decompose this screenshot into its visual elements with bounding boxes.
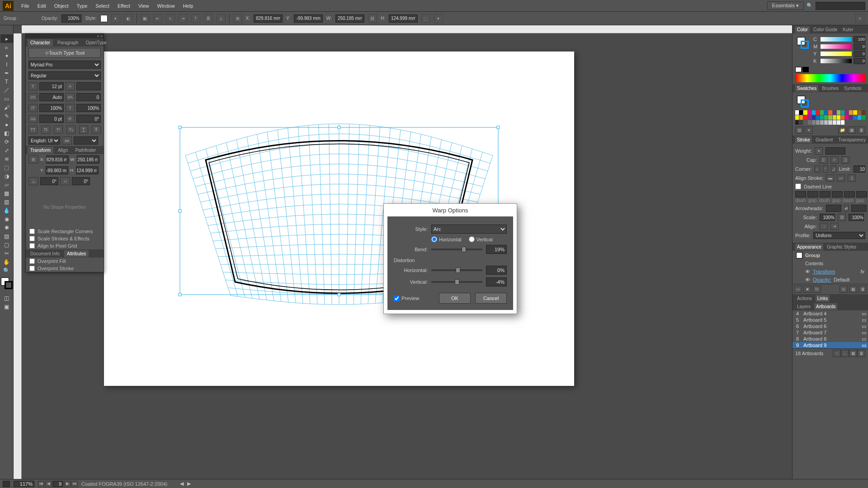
swatch[interactable] [845, 110, 849, 115]
align-vcenter-icon[interactable]: ≣ [204, 14, 213, 23]
swatch[interactable] [828, 110, 832, 115]
align-bottom-icon[interactable]: ⤓ [217, 14, 226, 23]
swatch[interactable] [862, 110, 865, 115]
cap-square-icon[interactable]: ⊐ [841, 156, 849, 164]
swatch[interactable] [795, 110, 799, 115]
status-scroll-left-icon[interactable]: ◀ [180, 481, 184, 487]
font-size-field[interactable] [39, 82, 64, 90]
vis-icon[interactable]: 👁 [805, 269, 810, 274]
align-menu-icon[interactable]: ▦ [141, 14, 150, 23]
leading-field[interactable] [76, 82, 101, 90]
status-scroll-right-icon[interactable]: ▶ [187, 481, 191, 487]
profile-select[interactable]: Uniform [813, 232, 865, 239]
swatch[interactable] [820, 120, 824, 125]
weight-field[interactable] [826, 147, 845, 155]
w-field[interactable] [335, 14, 364, 23]
dist-h-slider[interactable] [431, 269, 482, 271]
artboard-row[interactable]: 9Artboard 9▭ [793, 342, 868, 348]
graph-tool[interactable]: ▤ [0, 232, 13, 240]
ab-down-icon[interactable]: ↓ [841, 350, 849, 357]
tab-stroke[interactable]: Stroke [795, 136, 812, 143]
arrowalign2-icon[interactable]: ⇥ [830, 223, 839, 230]
slice-tool[interactable]: ✂ [0, 249, 13, 258]
artboard-list[interactable]: 4Artboard 4▭5Artboard 5▭6Artboard 6▭7Art… [793, 310, 868, 348]
dist-v-field[interactable] [486, 277, 507, 286]
pen-tool[interactable]: ✒ [0, 69, 13, 77]
swatch-lib-icon[interactable]: ▥ [795, 127, 803, 134]
swatch[interactable] [799, 110, 803, 115]
menu-view[interactable]: View [134, 3, 153, 9]
tab-brushes[interactable]: Brushes [820, 85, 840, 92]
constrain-icon[interactable]: ⛓ [368, 14, 377, 23]
swatch[interactable] [837, 110, 840, 115]
swatch[interactable] [820, 115, 824, 120]
tab-character[interactable]: Character [28, 39, 53, 46]
tf-w-field[interactable] [77, 155, 99, 164]
cancel-button[interactable]: Cancel [475, 293, 507, 304]
rotate-tool[interactable]: ⟳ [0, 137, 13, 146]
nav-last-icon[interactable]: ⏭ [71, 481, 78, 487]
add-fill-icon[interactable]: ■ [803, 286, 811, 293]
tab-color[interactable]: Color [795, 26, 810, 33]
baseline-field[interactable] [39, 115, 64, 123]
swatch[interactable] [799, 115, 803, 120]
align-pixel-checkbox[interactable] [29, 243, 35, 249]
swatch[interactable] [824, 110, 828, 115]
tab-gradient[interactable]: Gradient [814, 136, 835, 143]
nav-page-field[interactable] [52, 481, 63, 487]
arrow-start[interactable] [826, 205, 841, 212]
menu-edit[interactable]: Edit [33, 3, 50, 9]
swatch[interactable] [862, 115, 865, 120]
antialias-select[interactable] [74, 136, 98, 145]
panel-close-icon[interactable]: ≡ × [97, 34, 103, 38]
clear-icon[interactable]: ⊘ [840, 286, 848, 293]
arrow-end[interactable] [851, 205, 867, 212]
menu-select[interactable]: Select [91, 3, 113, 9]
appearance-transform[interactable]: Transform [813, 269, 835, 274]
draw-mode-icon[interactable]: ◫ [0, 294, 13, 302]
tab-links[interactable]: Links [816, 295, 830, 302]
tab-symbols[interactable]: Symbols [842, 85, 863, 92]
swatch[interactable] [837, 120, 840, 125]
dash2[interactable] [820, 191, 830, 197]
swatch[interactable] [808, 115, 811, 120]
swatch[interactable] [812, 120, 816, 125]
magic-wand-tool[interactable]: ✦ [0, 52, 13, 60]
corner-miter-icon[interactable]: ⌐ [815, 165, 820, 173]
black-swatch[interactable] [802, 67, 809, 72]
hscale-field[interactable] [76, 104, 101, 112]
eraser-tool[interactable]: ◧ [0, 129, 13, 137]
swatch-new-group-icon[interactable]: 📁 [838, 127, 846, 134]
preview-checkbox[interactable]: Preview [394, 296, 419, 301]
arrowscale-link-icon[interactable]: ⛓ [838, 214, 846, 221]
cap-butt-icon[interactable]: ⊏ [820, 156, 828, 164]
charrotate-field[interactable] [76, 115, 101, 123]
artboard-row[interactable]: 5Artboard 5▭ [793, 317, 868, 323]
c-field[interactable] [854, 36, 865, 42]
touch-type-button[interactable]: ⊹ Touch Type Tool [28, 48, 101, 58]
dashed-checkbox[interactable] [795, 183, 801, 189]
cap-round-icon[interactable]: ⊂ [830, 156, 839, 164]
tab-transparency[interactable]: Transparency [836, 136, 868, 143]
dash3[interactable] [844, 191, 855, 197]
subscript-icon[interactable]: T₁ [66, 126, 75, 134]
line-tool[interactable]: ／ [0, 86, 13, 94]
swatch[interactable] [833, 115, 836, 120]
tab-align[interactable]: Align [55, 147, 71, 154]
refpoint-icon[interactable]: ⊞ [28, 155, 38, 164]
y-field[interactable] [294, 14, 323, 23]
swatch[interactable] [828, 115, 832, 120]
swatch[interactable] [803, 110, 807, 115]
hand-tool[interactable]: ✋ [0, 258, 13, 266]
m-slider[interactable] [821, 44, 852, 49]
zoom-tool[interactable]: 🔍 [0, 266, 13, 275]
superscript-icon[interactable]: T¹ [54, 126, 63, 134]
blob-brush-tool[interactable]: ● [0, 120, 13, 129]
menu-effect[interactable]: Effect [113, 3, 134, 9]
scale-corners-checkbox[interactable] [29, 229, 35, 234]
perspective-tool[interactable]: ▱ [0, 180, 13, 189]
tab-actions[interactable]: Actions [795, 295, 814, 302]
c-slider[interactable] [821, 37, 852, 42]
artboard-row[interactable]: 8Artboard 8▭ [793, 336, 868, 342]
tf-y-field[interactable] [46, 166, 68, 174]
